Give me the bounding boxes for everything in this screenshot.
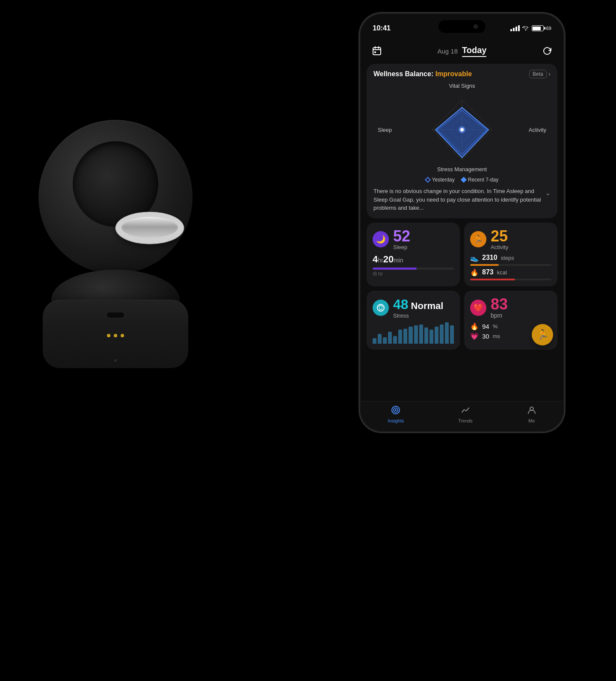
heart-bpm-unit: bpm — [491, 312, 508, 319]
stress-bar — [393, 336, 397, 344]
legend-yesterday-label: Yesterday — [432, 177, 455, 183]
activity-fab[interactable]: 🏃 — [532, 324, 553, 345]
sleep-progress-bar — [373, 268, 454, 270]
activity-score: 25 — [491, 229, 508, 244]
stress-number: 48 — [393, 297, 409, 312]
svg-point-13 — [460, 128, 464, 131]
wellness-badge: Beta › — [529, 70, 551, 78]
heart-bpm-wrap: 83 bpm — [491, 297, 508, 319]
sleep-goal: /8 hr — [373, 271, 454, 277]
nav-me[interactable]: Me — [527, 405, 536, 423]
stress-score-wrap: 48 Normal Stress — [393, 297, 443, 319]
sleep-header: 🌙 52 Sleep — [373, 229, 454, 250]
stress-bar — [450, 325, 454, 344]
stress-bar — [409, 327, 412, 344]
wellness-status: Improvable — [435, 70, 472, 77]
wellness-header: Wellness Balance: Improvable Beta › — [373, 70, 551, 78]
stress-header: 48 Normal Stress — [373, 297, 454, 319]
stress-bar — [414, 325, 418, 344]
header-date: Aug 18 — [438, 48, 458, 55]
svg-rect-0 — [373, 48, 381, 55]
battery-fill — [533, 27, 540, 30]
wellness-card[interactable]: Wellness Balance: Improvable Beta › Vita… — [367, 64, 557, 218]
stress-card[interactable]: 48 Normal Stress — [367, 291, 460, 350]
expand-icon[interactable]: ⌄ — [545, 188, 551, 198]
stress-status: Normal — [411, 300, 444, 312]
spo2-unit: % — [493, 323, 498, 330]
hrv-value: 30 — [482, 333, 489, 340]
wifi-icon — [522, 25, 529, 32]
header-title-wrap: Today — [462, 45, 486, 57]
ring-base-cylinder — [43, 300, 188, 368]
activity-card[interactable]: 🏃 25 Activity 👟 2310 steps — [464, 223, 557, 286]
calendar-button[interactable] — [369, 43, 385, 59]
svg-point-15 — [379, 307, 380, 308]
svg-point-19 — [395, 409, 397, 411]
calories-value: 873 — [482, 268, 494, 276]
sleep-icon: 🌙 — [373, 231, 389, 247]
nav-trends[interactable]: Trends — [458, 405, 473, 423]
ring-device — [26, 120, 205, 419]
beta-badge: Beta — [529, 70, 547, 78]
refresh-button[interactable] — [539, 43, 555, 59]
chevron-right-icon[interactable]: › — [548, 70, 551, 78]
sleep-time: 4hr20min — [373, 254, 454, 265]
hr-label: hr — [378, 257, 383, 264]
nav-insights[interactable]: Insights — [388, 405, 404, 423]
insights-label: Insights — [388, 418, 404, 423]
signal-bar-2 — [513, 28, 515, 31]
base-dot — [114, 359, 117, 362]
wellness-description: There is no obvious change in your condi… — [373, 187, 551, 212]
ring-band — [113, 212, 187, 244]
battery-icon — [532, 25, 544, 31]
signal-icon — [510, 25, 520, 31]
ring-base-indent — [107, 312, 124, 318]
steps-value: 2310 — [482, 254, 498, 262]
radar-label-sleep: Sleep — [378, 127, 392, 133]
heart-icon: ❤️ — [470, 300, 486, 316]
stress-bar — [424, 327, 428, 344]
header-title: Today — [462, 45, 486, 55]
radar-label-stress: Stress Management — [437, 166, 487, 172]
spo2-value: 94 — [482, 323, 489, 330]
status-icons: 69 — [510, 25, 551, 32]
steps-unit: steps — [501, 255, 514, 261]
legend-yesterday: Yesterday — [426, 177, 455, 183]
calories-progress-fill — [470, 279, 515, 280]
wellness-desc-text: There is no obvious change in your condi… — [373, 187, 542, 212]
activity-icon: 🏃 — [470, 231, 486, 247]
legend-yesterday-icon — [425, 177, 431, 183]
sleep-score-wrap: 52 Sleep — [393, 229, 410, 250]
steps-row: 👟 2310 steps — [470, 254, 551, 262]
ring-lid-inner — [73, 141, 158, 227]
legend-7day-label: Recent 7-day — [468, 177, 498, 183]
ring-lid — [38, 120, 192, 274]
hrv-unit: ms — [493, 333, 500, 339]
stress-bar — [388, 332, 392, 344]
signal-bar-3 — [515, 27, 517, 31]
radar-label-vital-signs: Vital Signs — [449, 83, 475, 89]
sleep-card[interactable]: 🌙 52 Sleep 4hr20min — [367, 223, 460, 286]
header-center: Aug 18 Today — [438, 45, 487, 57]
sleep-progress-fill — [373, 268, 417, 270]
insights-icon — [391, 405, 400, 417]
fire-icon-small: 🔥 — [470, 322, 479, 330]
stress-bar — [445, 322, 449, 344]
fire-icon: 🔥 — [470, 268, 479, 277]
calories-row: 🔥 873 kcal — [470, 268, 551, 277]
smart-ring — [111, 188, 188, 265]
phone-screen: 10:41 69 — [361, 14, 563, 431]
sleep-label: Sleep — [393, 244, 410, 250]
charging-pin — [107, 334, 110, 337]
svg-rect-4 — [374, 51, 376, 53]
stress-label: Stress — [393, 312, 443, 319]
metrics-grid-row2: 48 Normal Stress — [367, 291, 557, 350]
stress-bar — [440, 324, 444, 344]
heart-card[interactable]: ❤️ 83 bpm 🔥 94 % — [464, 291, 557, 350]
status-time: 10:41 — [373, 24, 391, 33]
activity-header: 🏃 25 Activity — [470, 229, 551, 250]
hrv-icon: 💗 — [470, 332, 479, 340]
radar-chart: Vital Signs Sleep Activity Stress Manage… — [373, 83, 551, 177]
radar-svg — [424, 91, 500, 168]
calories-unit: kcal — [497, 269, 507, 276]
